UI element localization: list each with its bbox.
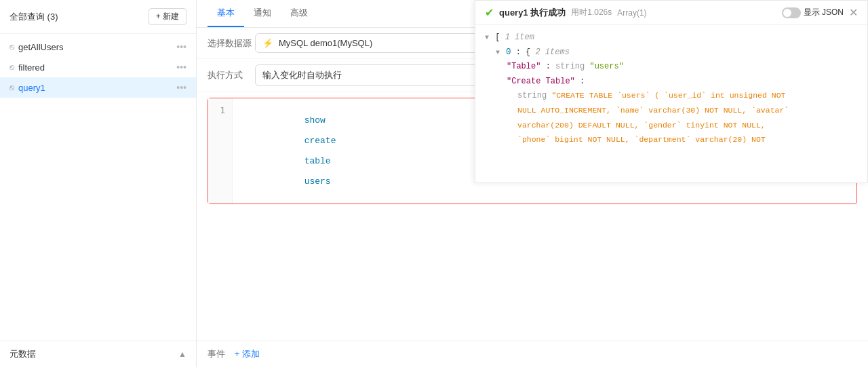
collapse-icon[interactable]: ▼ xyxy=(496,47,500,59)
more-icon[interactable]: ••• xyxy=(176,62,186,73)
json-item-0: ▼ 0 : { 2 items xyxy=(485,45,858,60)
result-header: ✔ query1 执行成功 用时1.026s Array(1) 显示 JSON … xyxy=(475,1,867,25)
collapse-button[interactable]: ▲ xyxy=(178,349,186,359)
result-time: 用时1.026s xyxy=(571,7,612,18)
sidebar-item-getAllUsers[interactable]: ⎋ getAllUsers ••• xyxy=(0,37,196,57)
json-root: ▼ [ 1 item xyxy=(485,31,858,45)
sidebar-item-label: getAllUsers xyxy=(18,42,63,52)
json-table-row: "Table" : string "users" xyxy=(485,60,858,75)
events-section: 事件 + 添加 xyxy=(197,341,868,367)
sidebar-list: ⎋ getAllUsers ••• ⎋ filtered ••• ⎋ query… xyxy=(0,34,196,100)
close-result-button[interactable]: ✕ xyxy=(849,6,858,19)
add-event-link[interactable]: + 添加 xyxy=(235,349,260,359)
result-panel: ✔ query1 执行成功 用时1.026s Array(1) 显示 JSON … xyxy=(475,0,868,183)
json-toggle-switch[interactable] xyxy=(782,7,801,18)
toggle-knob xyxy=(783,9,791,17)
result-type: Array(1) xyxy=(617,8,646,18)
sidebar-item-label: query1 xyxy=(18,83,45,93)
keyword-users: users xyxy=(304,176,331,187)
sidebar-item-query1[interactable]: ⎋ query1 ••• xyxy=(0,77,196,98)
json-toggle-label: 显示 JSON xyxy=(804,7,844,18)
query-icon: ⎋ xyxy=(9,83,14,92)
sidebar-bottom: 元数据 ▲ xyxy=(0,341,196,367)
main-content: 基本 通知 高级 query1 ▶ 运行 选择数据源 ⚡ MySQL demo1… xyxy=(197,0,868,367)
json-create-val-type: string "CREATE TABLE `users` ( `user_id`… xyxy=(485,89,858,104)
query-icon: ⎋ xyxy=(9,42,14,52)
tab-advanced[interactable]: 高级 xyxy=(281,0,317,27)
sidebar: 全部查询 (3) + 新建 ⎋ getAllUsers ••• ⎋ filter… xyxy=(0,0,197,367)
keyword-show: show xyxy=(304,115,326,125)
keyword-create: create xyxy=(304,136,336,146)
collapse-icon[interactable]: ▼ xyxy=(485,32,489,44)
datasource-label: 选择数据源 xyxy=(208,37,255,50)
metadata-title: 元数据 xyxy=(9,348,36,360)
tab-notify[interactable]: 通知 xyxy=(244,0,281,27)
new-query-button[interactable]: + 新建 xyxy=(149,8,186,25)
events-label: 事件 xyxy=(208,348,225,360)
json-create-val-line2: NULL AUTO_INCREMENT, `name` varchar(30) … xyxy=(485,104,858,119)
result-title: query1 执行成功 xyxy=(499,7,566,19)
json-create-val-line4: `phone` bigint NOT NULL, `department` va… xyxy=(485,133,858,148)
json-create-key: "Create Table" : xyxy=(485,75,858,90)
tab-basic[interactable]: 基本 xyxy=(208,0,244,27)
line-number: 1 xyxy=(215,105,225,115)
success-icon: ✔ xyxy=(485,6,494,19)
keyword-table: table xyxy=(304,156,331,166)
json-toggle[interactable]: 显示 JSON xyxy=(782,7,844,18)
json-create-val-line3: varchar(200) DEFAULT NULL, `gender` tiny… xyxy=(485,119,858,134)
exec-value: 输入变化时自动执行 xyxy=(262,69,342,81)
more-icon[interactable]: ••• xyxy=(176,82,186,93)
more-icon[interactable]: ••• xyxy=(176,41,186,52)
line-numbers: 1 xyxy=(208,98,233,204)
json-tree: ▼ [ 1 item ▼ 0 : { 2 items "Table" : xyxy=(485,31,858,148)
query-icon: ⎋ xyxy=(9,62,14,72)
result-body: ▼ [ 1 item ▼ 0 : { 2 items "Table" : xyxy=(475,25,867,177)
sidebar-item-filtered[interactable]: ⎋ filtered ••• xyxy=(0,57,196,77)
sidebar-header: 全部查询 (3) + 新建 xyxy=(0,0,196,34)
sidebar-item-label: filtered xyxy=(18,62,45,73)
exec-label: 执行方式 xyxy=(208,69,255,81)
datasource-icon: ⚡ xyxy=(262,38,273,48)
sidebar-title: 全部查询 (3) xyxy=(9,11,58,23)
